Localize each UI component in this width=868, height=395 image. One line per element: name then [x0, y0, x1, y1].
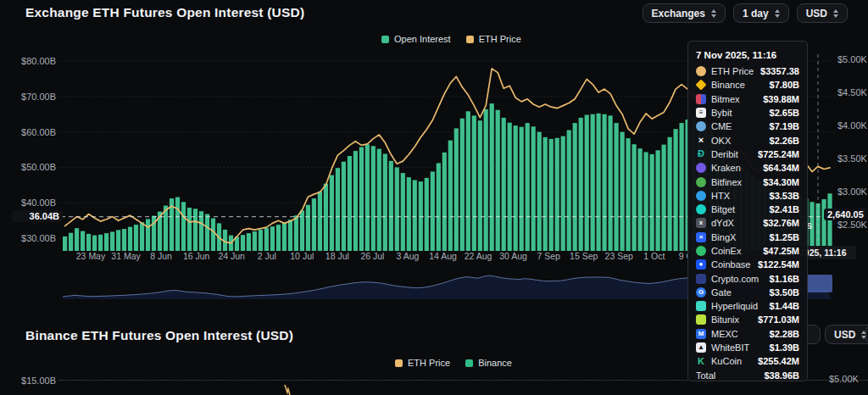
- kraken-icon: [696, 163, 706, 173]
- tooltip-row-cme: CME$7.19B: [696, 120, 799, 133]
- y-axis-tick-label: $70.00B: [12, 92, 56, 102]
- tooltip-row-eth-price: ETH Price$3357.38: [696, 64, 799, 78]
- tooltip-row-kraken: Kraken$64.34M: [696, 161, 799, 175]
- y-axis-tick-label: $50.00B: [12, 162, 56, 172]
- cme-icon: [696, 121, 706, 131]
- y-axis-label-5k: $5.00K: [829, 374, 859, 384]
- exchanges-dropdown[interactable]: Exchanges: [643, 3, 726, 23]
- hyperliquid-icon: [696, 301, 706, 311]
- tooltip-row-hyperliquid: Hyperliquid$1.44B: [696, 299, 799, 313]
- tooltip-row-value: $3.50B: [770, 287, 799, 298]
- tooltip-row-value: $38.96B: [764, 370, 799, 381]
- navigator-handle[interactable]: [807, 275, 832, 292]
- tooltip-row-label: Kraken: [711, 163, 763, 173]
- bitfinex-icon: [696, 177, 706, 187]
- y-axis-tick-label: $80.00B: [12, 56, 56, 66]
- tooltip-row-coinbase: ●Coinbase$122.54M: [696, 258, 799, 271]
- legend-item-binance[interactable]: Binance: [465, 358, 512, 368]
- interval-dropdown-label: 1 day: [743, 8, 769, 19]
- legend-swatch: [395, 359, 403, 367]
- tooltip-row-label: MEXC: [711, 329, 770, 339]
- crosshair-left-badge: 36.04B: [12, 210, 63, 222]
- tooltip-row-gate: GGate$3.50B: [696, 286, 799, 299]
- tooltip-row-label: Bitfinex: [711, 177, 763, 187]
- binance-chart-controls: USD: [825, 325, 868, 344]
- tooltip-row-value: $2.41B: [770, 204, 799, 214]
- binance-chart-legend: ETH PriceBinance: [395, 358, 512, 368]
- binance-chart-price-spark: [285, 385, 290, 395]
- tooltip-row-bitmex: Bitmex$39.88M: [696, 92, 799, 106]
- y-axis-right-tick-label: $3.50K: [837, 153, 867, 164]
- gate-icon: G: [696, 287, 706, 298]
- chevron-up-icon: [775, 9, 780, 13]
- tooltip-row-value: $1.39B: [770, 342, 799, 353]
- kucoin-icon: K: [696, 356, 706, 366]
- currency-dropdown-2-label: USD: [834, 329, 855, 341]
- tooltip-row-label: ETH Price: [711, 66, 760, 76]
- tooltip-row-total: Total$38.96B: [696, 369, 799, 382]
- tooltip-row-value: $1.25B: [770, 232, 799, 242]
- tooltip-row-value: $122.54M: [758, 259, 799, 270]
- legend-swatch: [466, 36, 474, 43]
- tooltip-row-value: $1.44B: [770, 301, 799, 311]
- whitebit-icon: ▲: [696, 342, 706, 353]
- tooltip-row-deribit: ĐDeribit$725.24M: [696, 147, 799, 161]
- coinex-icon: [696, 246, 706, 256]
- tooltip-row-label: HTX: [711, 191, 770, 201]
- exchanges-dropdown-label: Exchanges: [652, 8, 705, 19]
- y-axis-tick-label: $60.00B: [12, 127, 56, 137]
- tooltip-row-label: Hyperliquid: [711, 301, 770, 311]
- y-axis-right-tick-label: $5.00K: [837, 54, 867, 64]
- tooltip-row-mexc: MMEXC$2.28B: [696, 327, 799, 341]
- y-axis-tick-label: $30.00B: [12, 233, 56, 243]
- tooltip-row-value: $64.34M: [763, 163, 799, 173]
- tooltip-row-value: $7.19B: [770, 121, 799, 131]
- eth-price-dot: [696, 66, 706, 76]
- y-axis-tick-label: $40.00B: [12, 198, 56, 208]
- currency-dropdown-2[interactable]: USD: [825, 325, 868, 344]
- bitmex-icon: [696, 94, 706, 104]
- currency-dropdown[interactable]: USD: [797, 3, 848, 23]
- legend-label: ETH Price: [479, 34, 521, 44]
- tooltip-row-label: CME: [711, 121, 770, 131]
- htx-icon: [696, 191, 706, 201]
- tooltip-row-bitunix: Bitunix$771.03M: [696, 313, 799, 326]
- chevron-down-icon: [711, 14, 716, 18]
- y-axis-right-tick-label: $4.50K: [837, 87, 867, 97]
- binance-icon: [695, 80, 706, 91]
- y-axis-right-tick-label: $3.00K: [837, 186, 867, 197]
- tooltip-row-value: $2.26B: [770, 136, 799, 146]
- tooltip-date: 7 Nov 2025, 11:16: [696, 47, 799, 64]
- legend-item-eth-price[interactable]: ETH Price: [395, 358, 450, 368]
- main-chart-legend: Open InterestETH Price: [381, 34, 521, 44]
- crypto-com-icon: [696, 274, 706, 284]
- legend-item-eth-price[interactable]: ETH Price: [466, 34, 521, 44]
- tooltip-row-value: $32.76M: [763, 218, 799, 228]
- tooltip-row-binance: Binance$7.80B: [696, 78, 799, 92]
- chevron-up-icon: [833, 9, 838, 13]
- tooltip-row-value: $34.30M: [763, 177, 799, 187]
- tooltip-row-label: Gate: [711, 287, 770, 298]
- tooltip-row-value: $771.03M: [758, 314, 799, 325]
- tooltip-row-label: WhiteBIT: [711, 342, 770, 353]
- tooltip-row-label: dYdX: [711, 218, 763, 228]
- chevron-down-icon: [833, 14, 838, 18]
- legend-item-open-interest[interactable]: Open Interest: [381, 34, 451, 44]
- mexc-icon: M: [696, 329, 706, 339]
- interval-dropdown[interactable]: 1 day: [733, 3, 789, 23]
- y-axis-label-15b: $15.00B: [17, 376, 56, 386]
- tooltip-row-value: $255.42M: [758, 356, 799, 366]
- chevron-down-icon: [775, 14, 780, 18]
- bitunix-icon: [696, 314, 706, 325]
- tooltip-row-label: Bybit: [711, 108, 770, 118]
- tooltip-row-value: $3.53B: [770, 191, 799, 201]
- tooltip-row-crypto-com: Crypto.com$1.16B: [696, 271, 799, 285]
- tooltip-row-dydx: xdYdX$32.76M: [696, 216, 799, 230]
- tooltip-row-bybit: ≡Bybit$2.65B: [696, 106, 799, 120]
- main-chart-controls: Exchanges1 dayUSD: [643, 3, 848, 23]
- tooltip-row-htx: HTX$3.53B: [696, 189, 799, 203]
- y-axis-right-tick-label: $4.00K: [837, 120, 867, 131]
- tooltip-row-label: OKX: [711, 136, 770, 146]
- tooltip-row-label: Bitunix: [711, 314, 758, 325]
- coinbase-icon: ●: [696, 259, 706, 270]
